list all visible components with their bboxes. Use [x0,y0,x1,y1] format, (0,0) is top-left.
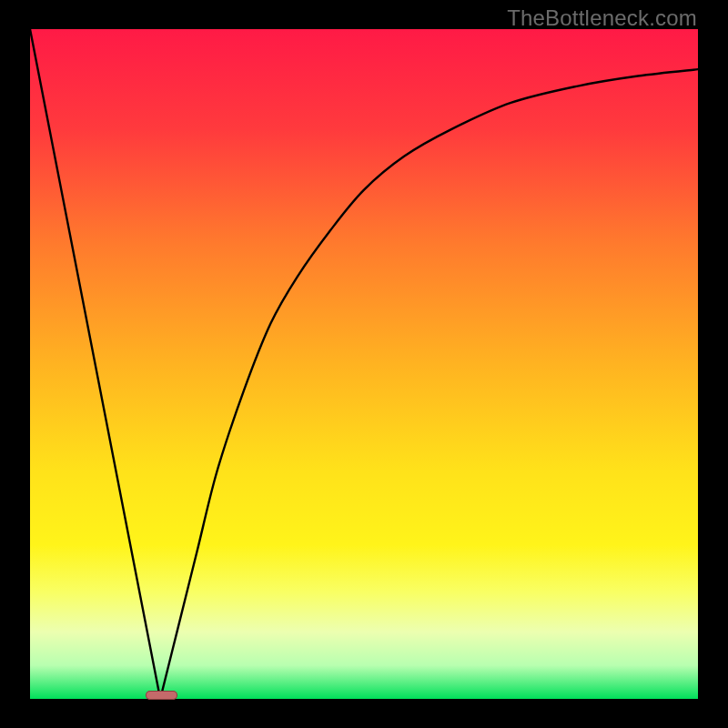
watermark-text: TheBottleneck.com [507,5,697,31]
bottleneck-curve [30,29,698,699]
curve-overlay [30,29,698,699]
chart-frame: TheBottleneck.com [0,0,728,728]
bottleneck-indicator [146,691,177,700]
